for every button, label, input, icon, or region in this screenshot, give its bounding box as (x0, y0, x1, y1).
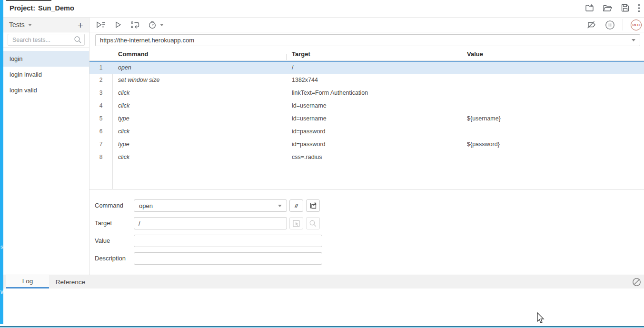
row-number: 4 (89, 99, 112, 112)
desktop-icon-label-fragment: W (0, 289, 5, 295)
row-target: / (287, 62, 461, 74)
step-over-icon[interactable] (130, 20, 140, 29)
column-header-target: Target (287, 50, 461, 58)
row-value (461, 125, 644, 138)
command-row[interactable]: 3 click linkText=Form Authentication (89, 87, 644, 99)
row-value (461, 99, 644, 112)
editor-description-row: Description (89, 252, 644, 265)
chevron-down-icon (160, 24, 164, 26)
new-project-icon[interactable] (585, 3, 594, 12)
row-number: 3 (89, 87, 112, 99)
open-project-icon[interactable] (603, 4, 613, 12)
row-number: 2 (89, 74, 112, 87)
search-tests-input[interactable] (8, 34, 85, 46)
target-label: Target (95, 217, 112, 229)
tab-log[interactable]: Log (6, 275, 49, 288)
search-icon (74, 36, 82, 44)
row-command: click (112, 87, 287, 99)
row-command: set window size (112, 74, 287, 87)
row-target: id=password (287, 138, 461, 151)
sidebar-header: Tests + (3, 18, 89, 32)
more-menu-icon[interactable] (638, 4, 640, 12)
target-input[interactable] (134, 217, 287, 229)
command-row[interactable]: 6 click id=password (89, 125, 644, 138)
row-value: ${username} (461, 112, 644, 125)
project-name: Sun_Demo (38, 4, 74, 12)
chevron-down-icon (28, 24, 32, 26)
value-label: Value (95, 235, 110, 247)
bottom-tab-bar: LogReference (3, 275, 644, 288)
command-row[interactable]: 2 set window size 1382x744 (89, 74, 644, 87)
select-target-icon (289, 217, 303, 229)
run-all-tests-icon[interactable] (95, 20, 106, 29)
command-row[interactable]: 1 open / (89, 61, 644, 74)
row-value (461, 62, 644, 74)
row-target: css=.radius (287, 151, 461, 164)
row-command: click (112, 125, 287, 138)
open-reference-window-icon[interactable] (306, 199, 320, 212)
add-test-button[interactable]: + (78, 20, 83, 30)
tab-reference[interactable]: Reference (49, 275, 92, 288)
row-value: ${password} (461, 138, 644, 151)
record-button[interactable]: REC (631, 20, 642, 30)
sidebar: Tests + login login invalid login valid (3, 18, 89, 275)
url-bar-row (89, 32, 644, 48)
command-select-value: open (139, 202, 153, 209)
clear-log-icon[interactable] (632, 278, 641, 287)
row-target: linkText=Form Authentication (287, 87, 461, 99)
url-dropdown-icon[interactable] (632, 39, 635, 41)
description-label: Description (95, 252, 126, 265)
save-project-icon[interactable] (621, 3, 630, 12)
description-input[interactable] (134, 252, 322, 265)
test-list-item[interactable]: login valid (3, 82, 89, 98)
row-number: 1 (89, 62, 112, 74)
command-row[interactable]: 8 click css=.radius (89, 151, 644, 164)
commands-table: Command Target Value 1 open / 2 set wind… (89, 48, 644, 189)
row-number: 6 (89, 125, 112, 138)
tests-dropdown[interactable]: Tests (9, 21, 32, 29)
disable-breakpoints-icon[interactable] (586, 20, 597, 30)
toggle-comment-button[interactable]: // (289, 199, 303, 212)
test-list: login login invalid login valid (3, 48, 89, 98)
command-select[interactable]: open (134, 199, 287, 212)
command-row[interactable]: 4 click id=username (89, 99, 644, 112)
editor-value-row: Value (89, 235, 644, 247)
row-value (461, 87, 644, 99)
window-bottom-border (0, 326, 644, 328)
row-number: 7 (89, 138, 112, 151)
tests-dropdown-label: Tests (9, 21, 25, 29)
commands-rows: 1 open / 2 set window size 1382x744 3 cl… (89, 61, 644, 164)
test-item-label: login invalid (10, 71, 42, 78)
command-row[interactable]: 7 type id=password ${password} (89, 138, 644, 151)
test-list-item[interactable]: login (3, 51, 89, 67)
row-number: 8 (89, 151, 112, 164)
selenium-ide-window: s W Project:Sun_Demo (0, 0, 644, 328)
toolbar: REC (89, 18, 644, 32)
row-number: 5 (89, 112, 112, 125)
run-current-test-icon[interactable] (114, 20, 122, 29)
row-command: click (112, 99, 287, 112)
find-target-icon (306, 217, 320, 229)
log-content (3, 288, 644, 327)
project-title: Project:Sun_Demo (10, 4, 74, 12)
test-speed-icon[interactable] (148, 20, 164, 30)
test-list-item[interactable]: login invalid (3, 67, 89, 82)
editor-command-row: Command open // (89, 199, 644, 212)
value-input[interactable] (134, 235, 322, 247)
row-value (461, 74, 644, 87)
command-editor: Command open // Target (89, 189, 644, 275)
test-search-row (3, 32, 89, 48)
desktop-background-strip: s W (0, 0, 3, 324)
command-row[interactable]: 5 type id=username ${username} (89, 112, 644, 125)
base-url-input[interactable] (95, 34, 640, 46)
titlebar: Project:Sun_Demo (3, 0, 644, 17)
row-target: id=password (287, 125, 461, 138)
bottom-panel: LogReference (3, 275, 644, 327)
editor-target-row: Target (89, 217, 644, 229)
test-item-label: login valid (10, 87, 37, 94)
row-command: type (112, 112, 287, 125)
toolbar-divider (623, 19, 623, 30)
column-header-command: Command (112, 50, 287, 58)
row-command: open (112, 62, 287, 74)
pause-on-exceptions-icon[interactable] (605, 20, 615, 30)
